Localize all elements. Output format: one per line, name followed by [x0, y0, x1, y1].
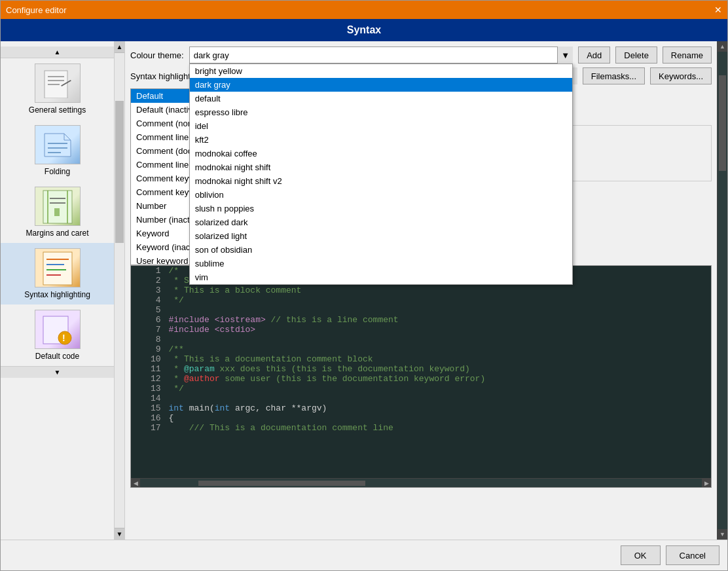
table-row: 15 int main(int argc, char **argv) [131, 403, 711, 413]
table-row: 3 * This is a block comment [131, 286, 711, 295]
line-num: 3 [131, 286, 166, 295]
table-row: 7 #include <cstdio> [131, 325, 711, 335]
table-row: 13 */ [131, 384, 711, 394]
sidebar-item-label-default: Default code [35, 352, 79, 361]
sidebar-item-label-folding: Folding [45, 167, 70, 176]
colour-theme-label: Colour theme: [130, 50, 184, 60]
line-content: * @author some user (this is the documen… [166, 374, 711, 384]
table-row: 17 /// This is a documentation comment l… [131, 423, 711, 433]
preview-scrollbar-thumb-h[interactable] [198, 481, 365, 486]
general-icon [35, 64, 81, 103]
table-row: 8 [131, 335, 711, 344]
dropdown-item-idel[interactable]: idel [190, 119, 572, 133]
line-content: */ [166, 295, 711, 305]
configure-editor-window: Configure editor ✕ Syntax ▲ [0, 0, 728, 571]
line-num: 9 [131, 344, 166, 354]
sidebar-scroll-down[interactable]: ▼ [1, 366, 114, 378]
dropdown-item-kft2[interactable]: kft2 [190, 133, 572, 147]
line-content: int main(int argc, char **argv) [166, 403, 711, 413]
sidebar-item-margins[interactable]: Margins and caret [1, 181, 114, 243]
cancel-button[interactable]: Cancel [666, 545, 719, 565]
sidebar-item-label-syntax: Syntax highlighting [24, 290, 90, 299]
table-row: 9 /** [131, 344, 711, 354]
colour-theme-dropdown-arrow[interactable]: ▼ [557, 46, 573, 64]
dropdown-item-sublime[interactable]: sublime [190, 257, 572, 270]
table-row: 11 * @param xxx does this (this is the d… [131, 364, 711, 374]
sidebar-item-default[interactable]: ! Default code [1, 304, 114, 366]
table-row: 12 * @author some user (this is the docu… [131, 374, 711, 384]
sidebar-item-general[interactable]: General settings [1, 58, 114, 120]
dropdown-item-modnokai-night[interactable]: modnokai night shift [190, 160, 572, 174]
sidebar: ▲ General settings [1, 41, 114, 540]
sidebar-item-syntax[interactable]: Syntax highlighting [1, 243, 114, 304]
dropdown-item-dark-gray[interactable]: dark gray [190, 78, 572, 92]
dropdown-item-solarized-dark[interactable]: solarized dark [190, 215, 572, 229]
dropdown-item-espresso[interactable]: espresso libre [190, 105, 572, 119]
syntax-icon [35, 248, 81, 287]
dialog-body: ▲ General settings [1, 41, 727, 540]
line-num: 15 [131, 403, 166, 413]
line-content: /// This is a documentation comment line [166, 423, 711, 433]
line-num: 16 [131, 413, 166, 423]
table-row: 6 #include <iostream> // this is a line … [131, 315, 711, 325]
close-button[interactable]: ✕ [714, 5, 722, 15]
code-preview[interactable]: 1 /* 2 * Sample preview code 3 * This is… [131, 266, 711, 478]
table-row: 16 { [131, 413, 711, 423]
dropdown-item-slush[interactable]: slush n poppies [190, 202, 572, 215]
dropdown-item-modnokai-night-v2[interactable]: modnokai night shift v2 [190, 174, 572, 188]
default-icon: ! [35, 310, 81, 349]
sidebar-item-label-general: General settings [29, 105, 86, 115]
svg-rect-14 [54, 208, 60, 216]
filemasks-button[interactable]: Filemasks... [583, 67, 645, 84]
line-num: 12 [131, 374, 166, 384]
line-content: { [166, 413, 711, 423]
colour-theme-row: Colour theme: dark gray ▼ bright yellow … [130, 46, 712, 64]
add-button[interactable]: Add [578, 46, 610, 64]
sidebar-scroll-up[interactable]: ▲ [1, 46, 114, 58]
dropdown-item-solarized-light[interactable]: solarized light [190, 229, 572, 243]
table-row: 4 */ [131, 295, 711, 305]
sidebar-item-label-margins: Margins and caret [26, 229, 88, 238]
code-table: 1 /* 2 * Sample preview code 3 * This is… [131, 266, 711, 433]
preview-container: 1 /* 2 * Sample preview code 3 * This is… [130, 265, 712, 488]
colour-theme-dropdown: bright yellow dark gray default espresso… [189, 64, 573, 285]
preview-vertical-scrollbar[interactable]: ▲ ▼ [717, 41, 727, 540]
sidebar-item-folding[interactable]: Folding [1, 120, 114, 181]
line-num: 7 [131, 325, 166, 335]
dropdown-item-vim[interactable]: vim [190, 270, 572, 284]
svg-text:!: ! [62, 333, 65, 343]
title-bar: Configure editor ✕ [1, 1, 727, 19]
dropdown-item-default[interactable]: default [190, 92, 572, 105]
window-title: Configure editor [6, 5, 67, 15]
margins-icon [35, 187, 81, 226]
dropdown-item-modnokai-coffee[interactable]: modnokai coffee [190, 147, 572, 160]
line-num: 14 [131, 394, 166, 403]
line-content: #include <cstdio> [166, 325, 711, 335]
line-content: * @param xxx does this (this is the docu… [166, 364, 711, 374]
line-content: * This is a block comment [166, 286, 711, 295]
delete-button[interactable]: Delete [615, 46, 657, 64]
dialog-header: Syntax [1, 19, 727, 41]
rename-button[interactable]: Rename [663, 46, 712, 64]
line-content: */ [166, 384, 711, 394]
colour-theme-select[interactable]: dark gray [189, 46, 573, 64]
header-title: Syntax [347, 24, 381, 35]
line-num: 13 [131, 384, 166, 394]
line-content: * This is a documentation comment block [166, 354, 711, 364]
table-row: 5 [131, 305, 711, 315]
dropdown-item-son-of-obsidian[interactable]: son of obsidian [190, 243, 572, 257]
dropdown-item-bright-yellow[interactable]: bright yellow [190, 64, 572, 78]
line-content: /** [166, 344, 711, 354]
preview-scrollbar-track-h[interactable] [143, 481, 699, 486]
line-num: 11 [131, 364, 166, 374]
line-num: 4 [131, 295, 166, 305]
line-num: 10 [131, 354, 166, 364]
keywords-button[interactable]: Keywords... [650, 67, 712, 84]
sidebar-scrollbar[interactable]: ▲ ▼ [114, 41, 124, 540]
preview-horizontal-scrollbar[interactable]: ◀ ▶ [131, 478, 711, 487]
dropdown-item-oblivion[interactable]: oblivion [190, 188, 572, 202]
main-content: Colour theme: dark gray ▼ bright yellow … [125, 41, 717, 540]
ok-button[interactable]: OK [621, 545, 661, 565]
line-content [166, 305, 711, 315]
line-num: 6 [131, 315, 166, 325]
